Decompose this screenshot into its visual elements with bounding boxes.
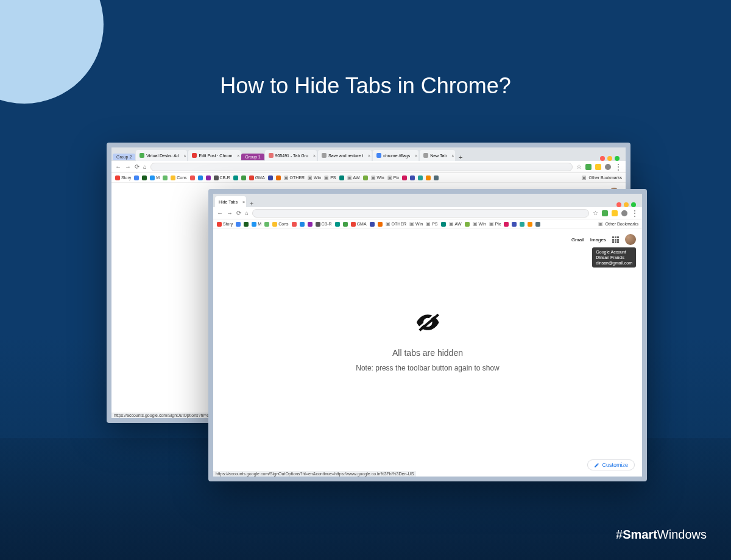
bookmark-item[interactable] (308, 222, 313, 227)
kebab-menu-icon[interactable]: ⋮ (631, 209, 638, 218)
bookmark-item[interactable] (512, 222, 517, 227)
reload-button[interactable]: ⟳ (236, 210, 241, 216)
close-tab-icon[interactable]: × (415, 154, 417, 158)
minimize-window-button[interactable] (624, 202, 629, 207)
bookmark-item[interactable] (370, 222, 375, 227)
bookmark-item[interactable]: ▣Win (371, 175, 384, 180)
bookmark-item[interactable] (504, 222, 509, 227)
bookmark-item[interactable] (335, 222, 340, 227)
gmail-link[interactable]: Gmail (571, 237, 584, 243)
profile-icon[interactable] (621, 210, 627, 216)
bookmark-item[interactable]: ▣Pix (489, 221, 501, 227)
tab[interactable]: 905491 - Tab Gro× (265, 150, 317, 161)
close-tab-icon[interactable]: × (368, 154, 370, 158)
new-tab-button[interactable]: + (247, 200, 256, 207)
bookmark-item[interactable] (206, 175, 211, 180)
kebab-menu-icon[interactable]: ⋮ (615, 163, 622, 171)
close-tab-icon[interactable]: × (242, 200, 245, 204)
home-button[interactable]: ⌂ (143, 163, 147, 170)
omnibox[interactable] (150, 163, 573, 171)
bookmark-item[interactable]: M (252, 222, 261, 227)
bookmark-item[interactable] (236, 222, 241, 227)
bookmark-item[interactable]: Story (115, 175, 131, 180)
home-button[interactable]: ⌂ (245, 210, 249, 216)
bookmark-item[interactable] (292, 222, 297, 227)
maximize-window-button[interactable] (631, 202, 636, 207)
bookmark-item[interactable] (276, 175, 281, 180)
bookmark-item[interactable] (241, 175, 246, 180)
bookmark-item[interactable] (343, 222, 348, 227)
bookmark-item[interactable] (142, 175, 147, 180)
apps-grid-icon[interactable] (612, 236, 619, 243)
images-link[interactable]: Images (590, 237, 606, 243)
bookmark-item[interactable] (363, 175, 368, 180)
bookmark-item[interactable] (244, 222, 249, 227)
bookmark-item[interactable] (233, 175, 238, 180)
bookmark-item[interactable]: ▣PS (324, 175, 336, 180)
profile-icon[interactable] (605, 164, 611, 170)
bookmark-item[interactable] (465, 222, 470, 227)
extension-icon[interactable] (585, 164, 592, 170)
tab-group-purple[interactable]: Group 1 (241, 154, 264, 160)
forward-button[interactable]: → (227, 210, 233, 216)
bookmark-item[interactable] (300, 222, 305, 227)
tab[interactable]: Save and restore t× (318, 150, 372, 161)
reload-button[interactable]: ⟳ (135, 163, 139, 170)
tab[interactable]: New Tab× (420, 150, 455, 161)
bookmark-item[interactable]: ▣AW (347, 175, 360, 180)
bookmark-item[interactable]: CB-R (214, 175, 230, 180)
bookmark-item[interactable] (264, 222, 269, 227)
bookmark-item[interactable]: ▣AW (449, 221, 462, 227)
close-tab-icon[interactable]: × (237, 154, 239, 158)
bookmark-item[interactable]: ▣Win (473, 221, 486, 227)
star-icon[interactable]: ☆ (593, 210, 598, 216)
tab[interactable]: Edit Post · Chrom× (188, 150, 241, 161)
bookmark-item[interactable] (198, 175, 203, 180)
bookmark-item[interactable] (134, 175, 139, 180)
bookmark-item[interactable]: Story (217, 222, 233, 227)
star-icon[interactable]: ☆ (576, 163, 582, 170)
bookmark-item[interactable]: ▣PS (426, 221, 437, 227)
tab[interactable]: Hide Tabs × (215, 196, 246, 207)
other-bookmarks[interactable]: Other Bookmarks (589, 175, 622, 180)
tab[interactable]: chrome://flags× (373, 150, 418, 161)
bookmark-item[interactable] (528, 222, 532, 227)
bookmark-item[interactable]: GMA (249, 175, 265, 180)
avatar[interactable] (625, 234, 636, 245)
bookmark-item[interactable] (520, 222, 524, 227)
bookmark-item[interactable]: Cons (171, 175, 186, 180)
bookmark-item[interactable] (410, 175, 415, 180)
bookmark-item[interactable]: CB-R (316, 222, 332, 227)
bookmark-item[interactable] (426, 175, 431, 180)
bookmark-item[interactable] (434, 175, 439, 180)
back-button[interactable]: ← (115, 163, 121, 170)
omnibox[interactable] (252, 209, 589, 218)
bookmark-item[interactable] (418, 175, 423, 180)
bookmark-item[interactable]: ▣OTHER (386, 221, 407, 227)
back-button[interactable]: ← (217, 210, 223, 216)
bookmark-item[interactable] (190, 175, 195, 180)
minimize-window-button[interactable] (607, 156, 612, 161)
bookmark-item[interactable] (339, 175, 344, 180)
bookmark-item[interactable] (535, 222, 540, 227)
close-tab-icon[interactable]: × (313, 154, 316, 158)
customize-button[interactable]: Customize (587, 459, 635, 470)
bookmark-item[interactable] (378, 222, 383, 227)
extension-icon[interactable] (602, 210, 608, 216)
bookmark-item[interactable]: ▣Pix (387, 175, 400, 180)
other-bookmarks[interactable]: Other Bookmarks (606, 222, 638, 226)
extension-icon[interactable] (612, 210, 618, 216)
tab-group-blue[interactable]: Group 2 (113, 154, 135, 160)
close-window-button[interactable] (600, 156, 605, 161)
bookmark-item[interactable]: ▣Win (409, 221, 423, 227)
bookmark-item[interactable] (268, 175, 273, 180)
close-tab-icon[interactable]: × (183, 154, 186, 158)
maximize-window-button[interactable] (615, 156, 620, 161)
bookmark-item[interactable] (163, 175, 168, 180)
tab[interactable]: Virtual Desks: Ad× (136, 150, 187, 161)
close-window-button[interactable] (616, 202, 621, 207)
new-tab-button[interactable]: + (456, 154, 465, 161)
bookmark-item[interactable]: ▣Win (308, 175, 321, 180)
bookmark-item[interactable] (402, 175, 407, 180)
forward-button[interactable]: → (125, 163, 131, 170)
